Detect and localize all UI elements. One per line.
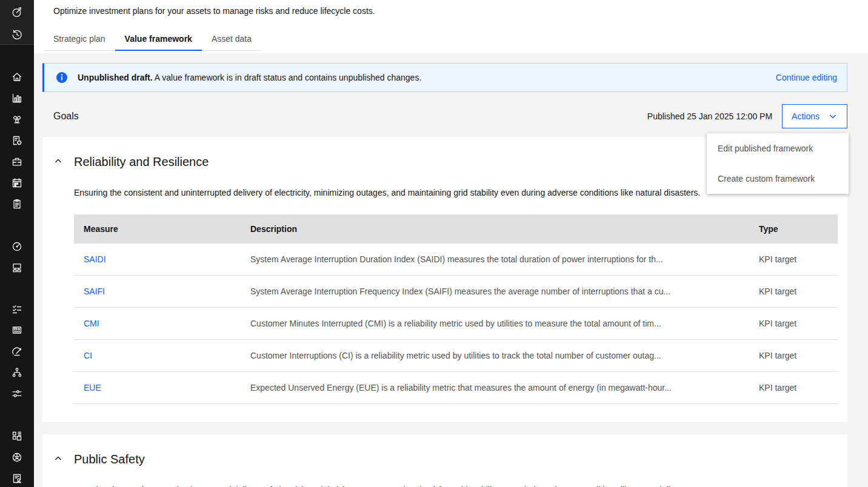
- checklist-icon: [11, 303, 23, 315]
- asset-group-icon: [11, 113, 23, 125]
- sidebar-metrics-button[interactable]: [0, 6, 34, 18]
- measure-cell: SAIDI: [74, 254, 241, 264]
- sidebar: [0, 0, 34, 487]
- bar-chart-icon: [11, 92, 23, 104]
- notification-title: Unpublished draft.: [78, 73, 153, 82]
- column-header-measure: Measure: [74, 224, 241, 234]
- sidebar-home-button[interactable]: [0, 71, 34, 83]
- info-icon: [56, 71, 68, 84]
- sidebar-asset-group-button[interactable]: [0, 113, 34, 125]
- table-row: EUEExpected Unserved Energy (EUE) is a r…: [74, 372, 838, 404]
- sidebar-group-1: [0, 71, 34, 210]
- chevron-down-icon: [828, 111, 838, 121]
- report-settings-icon: [11, 134, 23, 147]
- column-header-description: Description: [241, 224, 749, 234]
- sidebar-group-2: [0, 240, 34, 274]
- measure-cell: CI: [74, 351, 241, 360]
- metrics-icon: [11, 6, 23, 18]
- measures-table: MeasureDescriptionType SAIDISystem Avera…: [74, 214, 838, 404]
- table-row: CMICustomer Minutes Interrupted (CMI) is…: [74, 308, 838, 340]
- goals-toolbar: Goals Published 25 Jan 2025 12:00 PM Act…: [42, 97, 847, 136]
- table-body: SAIDISystem Average Interruption Duratio…: [74, 244, 838, 404]
- content-area: Unpublished draft. A value framework is …: [34, 53, 868, 487]
- published-timestamp: Published 25 Jan 2025 12:00 PM: [647, 111, 772, 121]
- sidebar-history-button[interactable]: [0, 28, 34, 41]
- sidebar-group-4: [0, 430, 34, 485]
- sidebar-gauge-button[interactable]: [0, 345, 34, 357]
- sidebar-user-report-button[interactable]: [0, 472, 34, 485]
- measure-link[interactable]: CI: [84, 351, 92, 360]
- sidebar-flow-button[interactable]: [0, 262, 34, 274]
- globe-icon: [11, 451, 23, 463]
- tab-asset-data[interactable]: Asset data: [202, 28, 261, 51]
- sidebar-hierarchy-button[interactable]: [0, 366, 34, 379]
- menu-item-create-custom-framework[interactable]: Create custom framework: [707, 164, 849, 194]
- goals-title: Goals: [53, 111, 79, 122]
- flow-icon: [11, 262, 23, 274]
- sidebar-checklist-button[interactable]: [0, 303, 34, 315]
- type-cell: KPI target: [749, 319, 838, 328]
- tab-bar: Strategic planValue frameworkAsset data: [44, 28, 261, 51]
- measure-link[interactable]: SAIFI: [84, 287, 105, 296]
- measure-cell: CMI: [74, 319, 241, 328]
- display-icon: [11, 324, 23, 336]
- measure-link[interactable]: EUE: [84, 383, 101, 393]
- collapse-section-button[interactable]: [51, 451, 65, 466]
- section-description: Ensuring the consistent and uninterrupte…: [74, 484, 838, 487]
- actions-button[interactable]: Actions: [782, 104, 847, 128]
- measure-link[interactable]: SAIDI: [84, 254, 106, 264]
- table-header-row: MeasureDescriptionType: [74, 214, 838, 244]
- section-title: Public Safety: [74, 451, 838, 467]
- measure-cell: EUE: [74, 383, 241, 393]
- menu-item-edit-published-framework[interactable]: Edit published framework: [707, 133, 849, 164]
- sidebar-globe-button[interactable]: [0, 451, 34, 463]
- table-row: SAIFISystem Average Interruption Frequen…: [74, 276, 838, 308]
- apps-icon: [11, 430, 23, 442]
- measure-cell: SAIFI: [74, 287, 241, 296]
- app-window: Optimize investment plans for your asset…: [0, 0, 868, 487]
- page-subtitle: Optimize investment plans for your asset…: [34, 0, 868, 17]
- main-area: Optimize investment plans for your asset…: [34, 0, 868, 487]
- tab-strategic-plan[interactable]: Strategic plan: [44, 28, 115, 51]
- sidebar-meter-button[interactable]: [0, 240, 34, 253]
- tab-value-framework[interactable]: Value framework: [115, 28, 202, 51]
- history-icon: [11, 28, 23, 41]
- sidebar-briefcase-button[interactable]: [0, 156, 34, 168]
- sidebar-apps-button[interactable]: [0, 430, 34, 442]
- description-cell: Expected Unserved Energy (EUE) is a reli…: [241, 383, 749, 393]
- measure-link[interactable]: CMI: [84, 319, 99, 328]
- notification-text: Unpublished draft. A value framework is …: [78, 73, 421, 82]
- notification-message: A value framework is in draft status and…: [155, 73, 421, 82]
- section-public-safety: Public Safety Ensuring the consistent an…: [42, 434, 847, 487]
- collapse-section-button[interactable]: [51, 154, 65, 168]
- draft-notification: Unpublished draft. A value framework is …: [42, 63, 847, 92]
- description-cell: System Average Interruption Frequency In…: [241, 287, 749, 296]
- table-row: CICustomer Interruptions (CI) is a relia…: [74, 340, 838, 372]
- continue-editing-link[interactable]: Continue editing: [776, 73, 837, 82]
- type-cell: KPI target: [749, 383, 838, 393]
- home-icon: [11, 71, 23, 83]
- page-header: Optimize investment plans for your asset…: [34, 0, 868, 53]
- type-cell: KPI target: [749, 351, 838, 360]
- column-header-type: Type: [749, 224, 838, 234]
- sidebar-report-settings-button[interactable]: [0, 134, 34, 147]
- briefcase-icon: [11, 156, 23, 168]
- sidebar-schedule-button[interactable]: [0, 177, 34, 189]
- sidebar-bar-chart-button[interactable]: [0, 92, 34, 104]
- schedule-icon: [11, 177, 23, 189]
- type-cell: KPI target: [749, 254, 838, 264]
- hierarchy-icon: [11, 366, 23, 379]
- description-cell: System Average Interruption Duration Ind…: [241, 254, 749, 264]
- meter-icon: [11, 240, 23, 253]
- user-report-icon: [11, 472, 23, 485]
- gauge-icon: [11, 345, 23, 357]
- table-row: SAIDISystem Average Interruption Duratio…: [74, 244, 838, 276]
- sidebar-group-0: [0, 0, 34, 45]
- sidebar-filters-button[interactable]: [0, 388, 34, 400]
- chevron-up-icon: [53, 156, 63, 166]
- actions-button-label: Actions: [792, 111, 820, 121]
- chevron-up-icon: [53, 454, 63, 463]
- sidebar-display-button[interactable]: [0, 324, 34, 336]
- sidebar-notes-button[interactable]: [0, 198, 34, 210]
- description-cell: Customer Minutes Interrupted (CMI) is a …: [241, 319, 749, 328]
